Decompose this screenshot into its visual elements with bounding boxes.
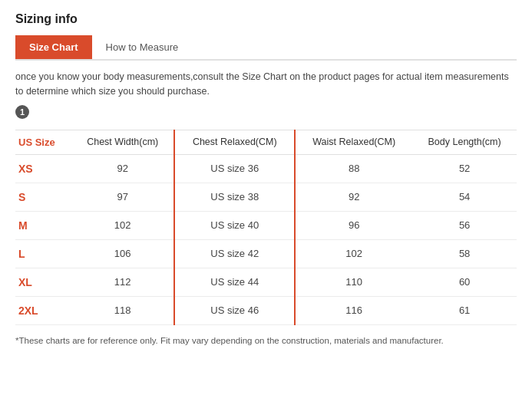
info-badge: 1 [15,105,29,119]
table-row: 110 [295,268,412,296]
size-table: US Size Chest Width(cm) Chest Relaxed(CM… [15,130,517,325]
table-row: 60 [412,268,517,296]
table-row: US size 36 [174,154,295,183]
table-row: US size 40 [174,211,295,239]
col-header-us: US Size [15,130,71,154]
tab-how-to-measure[interactable]: How to Measure [92,35,193,59]
page-title: Sizing info [15,12,517,26]
table-row: 97 [71,183,174,211]
tabs-container: Size Chart How to Measure [15,35,517,61]
col-header-chest-relaxed: Chest Relaxed(CM) [174,130,295,154]
table-row: 88 [295,154,412,183]
table-row: L [15,239,71,268]
table-row: 52 [412,154,517,183]
description-text: once you know your body measurements,con… [15,70,517,99]
table-row: XS [15,154,71,183]
tab-size-chart[interactable]: Size Chart [15,35,92,59]
table-row: 92 [295,183,412,211]
table-row: 102 [295,239,412,268]
table-row: 54 [412,183,517,211]
table-row: 92 [71,154,174,183]
table-row: 96 [295,211,412,239]
table-row: S [15,183,71,211]
table-row: 61 [412,296,517,324]
table-row: 112 [71,268,174,296]
table-row: 118 [71,296,174,324]
table-row: 2XL [15,296,71,324]
table-row: 106 [71,239,174,268]
col-header-chest-width: Chest Width(cm) [71,130,174,154]
table-row: US size 44 [174,268,295,296]
col-header-waist-relaxed: Waist Relaxed(CM) [295,130,412,154]
table-row: 116 [295,296,412,324]
table-row: 58 [412,239,517,268]
table-row: US size 42 [174,239,295,268]
table-row: US size 46 [174,296,295,324]
footnote: *These charts are for reference only. Fi… [15,334,517,347]
table-row: M [15,211,71,239]
table-row: XL [15,268,71,296]
table-row: US size 38 [174,183,295,211]
table-row: 56 [412,211,517,239]
col-header-body-length: Body Length(cm) [412,130,517,154]
table-row: 102 [71,211,174,239]
